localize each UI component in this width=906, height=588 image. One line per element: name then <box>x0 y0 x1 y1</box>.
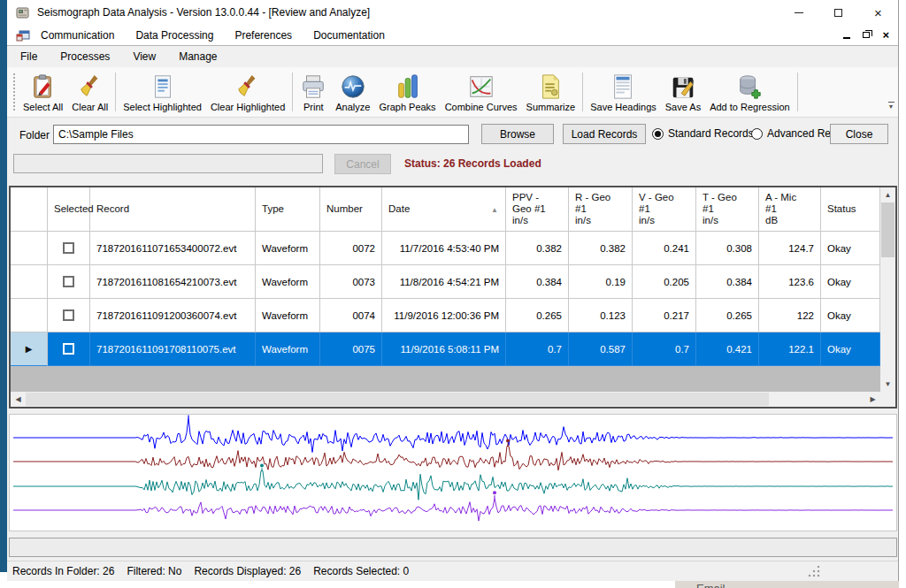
mdi-restore-button[interactable] <box>863 32 870 38</box>
toolbar-separator <box>797 73 798 111</box>
column-header-selected[interactable]: Selected <box>48 187 90 232</box>
summarize-button[interactable]: Summarize <box>522 71 580 114</box>
column-header-text: A - Mic <box>765 192 820 203</box>
cell-type: Waveform <box>256 299 320 332</box>
minimize-button[interactable] <box>779 0 818 25</box>
select-all-button[interactable]: Select All <box>19 71 67 114</box>
cell-selected <box>48 265 90 299</box>
column-header-text: #1 <box>703 203 758 215</box>
save-as-button[interactable]: Save As <box>661 71 705 114</box>
column-header-a[interactable]: A - Mic#1dB <box>759 187 821 232</box>
vertical-scrollbar[interactable]: ▲ ▼ <box>880 187 895 407</box>
records-displayed-count: Records Displayed: 26 <box>194 565 301 577</box>
folder-path-input[interactable] <box>53 125 469 144</box>
toolbar-overflow-button[interactable]: ▼ <box>887 102 895 110</box>
graph-peaks-button[interactable]: Graph Peaks <box>374 71 440 114</box>
vscroll-thumb[interactable] <box>881 202 894 257</box>
print-button[interactable]: Print <box>296 71 331 114</box>
browse-button[interactable]: Browse <box>481 124 554 144</box>
row-checkbox[interactable] <box>63 276 74 287</box>
row-checkbox[interactable] <box>63 309 74 321</box>
maximize-button[interactable] <box>818 0 858 25</box>
horizontal-scrollbar[interactable]: ◀ ▶ <box>11 392 880 407</box>
menu-preferences[interactable]: Preferences <box>224 29 303 42</box>
clear-all-button[interactable]: Clear All <box>67 71 112 114</box>
app-window: Seismograph Data Analysis - Version 13.0… <box>7 0 899 581</box>
column-header-v[interactable]: V - Geo#1in/s <box>633 187 696 232</box>
cell-v: 0.217 <box>633 299 696 332</box>
save-headings-button[interactable]: Save Headings <box>586 71 661 114</box>
row-checkbox[interactable] <box>63 242 74 254</box>
analyze-button[interactable]: Analyze <box>331 71 374 114</box>
scroll-left-arrow-icon[interactable]: ◀ <box>11 392 26 407</box>
column-header-text: Type <box>262 203 319 215</box>
standard-records-label: Standard Records <box>668 127 754 140</box>
cell-ppv: 0.265 <box>506 299 569 332</box>
cell-status: Okay <box>821 232 880 265</box>
menu-communication[interactable]: Communication <box>30 29 125 42</box>
combine-curves-button[interactable]: Combine Curves <box>441 71 522 114</box>
hscroll-thumb[interactable] <box>26 393 769 406</box>
column-header-text: in/s <box>575 215 632 226</box>
scroll-down-arrow-icon[interactable]: ▼ <box>880 377 895 392</box>
select-highlighted-button[interactable]: Select Highlighted <box>119 71 206 114</box>
cell-r: 0.19 <box>569 265 633 299</box>
column-header-date[interactable]: Date▲ <box>382 187 506 232</box>
cell-rowsel <box>11 265 48 299</box>
clear-highlighted-button[interactable]: Clear Highlighted <box>206 71 289 114</box>
add-to-regression-button[interactable]: Add to Regression <box>705 71 795 114</box>
menu-view[interactable]: View <box>121 50 167 63</box>
cell-date: 11/9/2016 5:08:11 PM <box>382 332 506 366</box>
scroll-up-arrow-icon[interactable]: ▲ <box>880 187 895 202</box>
cell-number: 0074 <box>320 299 382 332</box>
toolbar-button-label: Select All <box>23 102 63 112</box>
mdi-minimize-button[interactable] <box>843 37 850 39</box>
table-row[interactable]: 7187201611071653400072.evtWaveform007211… <box>11 232 880 265</box>
column-header-text: #1 <box>639 203 695 215</box>
load-records-button[interactable]: Load Records <box>563 124 646 144</box>
column-header-rowsel[interactable] <box>11 187 48 232</box>
trace-purple-trigger-marker-stem <box>494 495 495 498</box>
cell-t: 0.421 <box>696 332 759 366</box>
toolbar-button-label: Graph Peaks <box>379 102 435 112</box>
scroll-right-arrow-icon[interactable]: ▶ <box>865 392 880 407</box>
resize-grip[interactable] <box>808 566 820 577</box>
column-header-type[interactable]: Type <box>256 187 320 232</box>
cell-t: 0.308 <box>696 232 759 265</box>
background-window-email-label: Email <box>696 582 726 588</box>
menu-processes[interactable]: Processes <box>49 50 121 63</box>
cell-status: Okay <box>821 265 880 299</box>
lower-progress-bar <box>9 538 897 557</box>
table-row[interactable]: 7187201611081654210073.evtWaveform007311… <box>11 265 880 299</box>
row-checkbox[interactable] <box>63 343 74 355</box>
cell-t: 0.265 <box>696 299 759 332</box>
menu-file[interactable]: File <box>7 50 49 63</box>
column-header-text: #1 <box>765 203 820 215</box>
filtered-status: Filtered: No <box>127 565 181 577</box>
table-row[interactable]: ▶7187201611091708110075.evtWaveform00751… <box>11 332 880 366</box>
summary-document-icon <box>537 73 564 100</box>
standard-records-radio[interactable]: Standard Records <box>652 127 754 140</box>
column-header-t[interactable]: T - Geo#1in/s <box>696 187 759 232</box>
cancel-button: Cancel <box>334 154 391 174</box>
cell-number: 0073 <box>320 265 382 299</box>
column-header-number[interactable]: Number <box>320 187 382 232</box>
background-window-form-strip: Email <box>675 581 899 588</box>
column-header-status[interactable]: Status <box>821 187 880 232</box>
menu-data-processing[interactable]: Data Processing <box>125 29 224 42</box>
overflow-bar-icon <box>888 102 894 103</box>
cell-type: Waveform <box>256 232 320 265</box>
menu-manage[interactable]: Manage <box>167 50 228 63</box>
column-header-record[interactable]: Record <box>90 187 256 232</box>
close-button[interactable]: Close <box>830 124 888 144</box>
column-header-ppv[interactable]: PPV -Geo #1in/s <box>506 187 569 232</box>
trace-blue-trigger-marker-stem <box>188 416 188 418</box>
mdi-close-button[interactable]: × <box>882 29 889 41</box>
close-window-button[interactable]: × <box>858 0 898 25</box>
cell-v: 0.205 <box>633 265 696 299</box>
menu-documentation[interactable]: Documentation <box>303 29 395 42</box>
toolbar-grip[interactable] <box>12 73 16 111</box>
column-header-r[interactable]: R - Geo#1in/s <box>569 187 633 232</box>
table-row[interactable]: 7187201611091200360074.evtWaveform007411… <box>11 299 880 332</box>
child-menu-bar: File Processes View Manage <box>7 46 898 67</box>
